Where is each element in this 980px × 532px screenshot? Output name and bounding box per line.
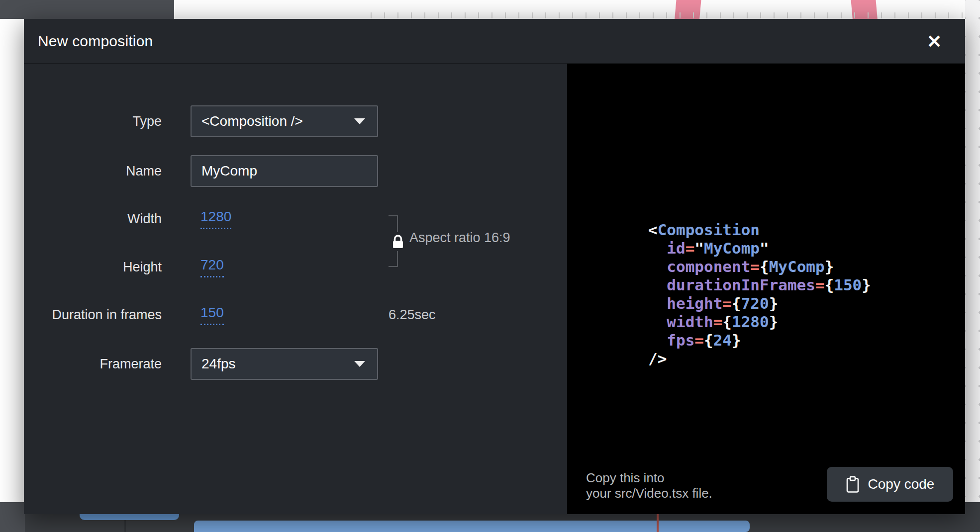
copy-code-button[interactable]: Copy code [827, 467, 953, 502]
type-label: Type [24, 114, 162, 129]
code-preview-panel: <Composition id="MyComp" component={MyCo… [567, 64, 965, 514]
duration-row: Duration in frames 150 [24, 299, 567, 331]
duration-value-link[interactable]: 150 [200, 305, 224, 325]
preview-ruler-ticks [358, 12, 980, 18]
height-label: Height [24, 260, 162, 275]
duration-label: Duration in frames [24, 307, 162, 323]
aspect-ratio-text: Aspect ratio 16:9 [409, 230, 510, 246]
dialog-header: New composition ✕ [24, 19, 965, 64]
close-button[interactable]: ✕ [921, 29, 947, 55]
chevron-down-icon [354, 361, 365, 367]
bracket-bottom-tick [389, 266, 397, 267]
copy-hint-text: Copy this into your src/Video.tsx file. [586, 470, 712, 501]
aspect-ratio-group: Aspect ratio 16:9 [389, 215, 548, 267]
dialog-body: Type <Composition /> Name Width 1280 Hei… [24, 64, 965, 514]
chevron-down-icon [354, 118, 365, 124]
framerate-label: Framerate [24, 356, 162, 372]
width-label: Width [24, 211, 162, 227]
remotion-studio-screen: New composition ✕ Type <Composition /> N… [0, 0, 980, 532]
framerate-select[interactable]: 24fps [191, 348, 378, 380]
copy-hint-line2: your src/Video.tsx file. [586, 486, 712, 501]
framerate-select-value: 24fps [201, 356, 354, 372]
lock-icon [391, 232, 405, 251]
preview-background [174, 0, 980, 19]
bracket-top-tick [389, 215, 397, 216]
right-scroll-gutter [965, 0, 980, 502]
timeline-left-gutter [0, 502, 25, 532]
code-block: <Composition id="MyComp" component={MyCo… [648, 221, 871, 368]
name-label: Name [24, 164, 162, 179]
copy-hint-line1: Copy this into [586, 470, 712, 486]
type-select[interactable]: <Composition /> [191, 105, 378, 137]
clipboard-icon [846, 476, 860, 493]
timeline-track-bar [194, 521, 750, 532]
dialog-title: New composition [38, 33, 153, 50]
type-row: Type <Composition /> [24, 105, 567, 137]
duration-seconds-text: 6.25sec [389, 307, 436, 323]
new-composition-dialog: New composition ✕ Type <Composition /> N… [24, 19, 965, 514]
composition-form: Type <Composition /> Name Width 1280 Hei… [24, 64, 567, 514]
name-row: Name [24, 155, 567, 187]
height-value-link[interactable]: 720 [200, 257, 224, 277]
name-input[interactable] [191, 155, 378, 187]
timeline-playhead [657, 514, 659, 532]
type-select-value: <Composition /> [201, 113, 354, 129]
copy-code-label: Copy code [868, 476, 935, 492]
width-value-link[interactable]: 1280 [200, 209, 231, 229]
close-icon: ✕ [927, 31, 942, 52]
framerate-row: Framerate 24fps [24, 348, 567, 380]
sidebar-background [0, 0, 174, 19]
